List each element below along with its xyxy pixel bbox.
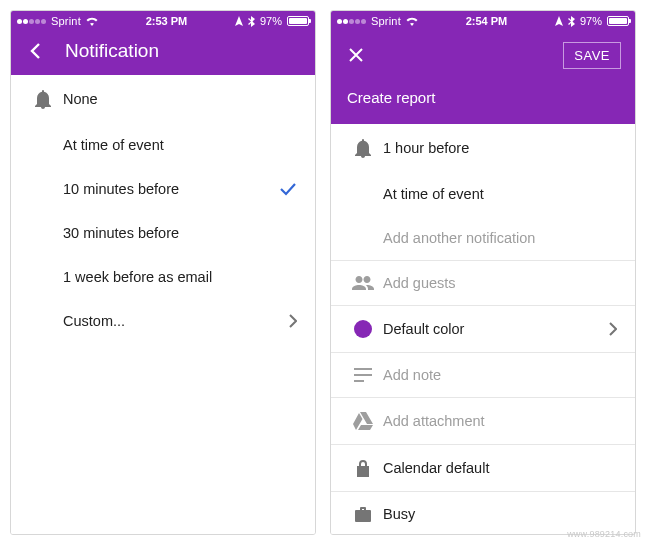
close-icon: [348, 47, 364, 63]
nav-header: Notification: [11, 31, 315, 75]
option-label: 10 minutes before: [63, 181, 279, 197]
battery-icon: [287, 16, 309, 26]
option-30-min[interactable]: 30 minutes before: [11, 211, 315, 255]
chevron-left-icon: [27, 42, 45, 60]
option-label: 1 week before as email: [63, 269, 297, 285]
drive-icon: [353, 412, 373, 430]
add-note-row[interactable]: Add note: [331, 353, 635, 397]
row-label: Add note: [383, 367, 617, 383]
option-none[interactable]: None: [11, 75, 315, 123]
bluetooth-icon: [568, 16, 575, 27]
row-label: Add another notification: [383, 230, 617, 246]
briefcase-icon: [355, 507, 371, 522]
bell-icon: [354, 138, 372, 158]
options-list: None At time of event 10 minutes before …: [11, 75, 315, 534]
create-event-screen: Sprint 2:54 PM 97% SAVE Create report: [330, 10, 636, 535]
nav-header: SAVE Create report: [331, 31, 635, 124]
lock-icon: [356, 459, 370, 477]
visibility-row[interactable]: Calendar default: [331, 445, 635, 491]
option-at-time[interactable]: At time of event: [11, 123, 315, 167]
bluetooth-icon: [248, 16, 255, 27]
people-icon: [352, 276, 374, 290]
carrier-label: Sprint: [51, 15, 81, 27]
row-label: Default color: [383, 321, 609, 337]
clock-label: 2:54 PM: [418, 15, 555, 27]
notes-icon: [354, 368, 372, 382]
option-10-min[interactable]: 10 minutes before: [11, 167, 315, 211]
row-label: Busy: [383, 506, 617, 522]
availability-row[interactable]: Busy: [331, 492, 635, 534]
add-notification-row[interactable]: Add another notification: [331, 216, 635, 260]
back-button[interactable]: [25, 40, 47, 62]
battery-percent: 97%: [260, 15, 282, 27]
row-label: At time of event: [383, 186, 617, 202]
notification-picker-screen: Sprint 2:53 PM 97% Notification No: [10, 10, 316, 535]
row-label: Calendar default: [383, 460, 617, 476]
status-bar: Sprint 2:54 PM 97%: [331, 11, 635, 31]
row-label: 1 hour before: [383, 140, 617, 156]
checkmark-icon: [279, 182, 297, 196]
option-label: 30 minutes before: [63, 225, 297, 241]
notification-row-1[interactable]: 1 hour before: [331, 124, 635, 172]
option-label: None: [63, 91, 297, 107]
watermark: www.989214.com: [567, 529, 641, 539]
notification-row-2[interactable]: At time of event: [331, 172, 635, 216]
carrier-label: Sprint: [371, 15, 401, 27]
chevron-right-icon: [609, 322, 617, 336]
color-swatch-icon: [354, 320, 372, 338]
option-1-week-email[interactable]: 1 week before as email: [11, 255, 315, 299]
location-icon: [555, 16, 563, 26]
row-label: Add guests: [383, 275, 617, 291]
option-label: Custom...: [63, 313, 289, 329]
chevron-right-icon: [289, 314, 297, 328]
row-label: Add attachment: [383, 413, 617, 429]
option-custom[interactable]: Custom...: [11, 299, 315, 343]
add-guests-row[interactable]: Add guests: [331, 261, 635, 305]
battery-percent: 97%: [580, 15, 602, 27]
color-row[interactable]: Default color: [331, 306, 635, 352]
battery-icon: [607, 16, 629, 26]
add-attachment-row[interactable]: Add attachment: [331, 398, 635, 444]
save-button[interactable]: SAVE: [563, 42, 621, 69]
event-title[interactable]: Create report: [347, 89, 621, 106]
page-title: Notification: [65, 40, 159, 62]
event-settings-list: 1 hour before At time of event Add anoth…: [331, 124, 635, 534]
bell-icon: [34, 89, 52, 109]
close-button[interactable]: [345, 44, 367, 66]
location-icon: [235, 16, 243, 26]
status-bar: Sprint 2:53 PM 97%: [11, 11, 315, 31]
option-label: At time of event: [63, 137, 297, 153]
clock-label: 2:53 PM: [98, 15, 235, 27]
